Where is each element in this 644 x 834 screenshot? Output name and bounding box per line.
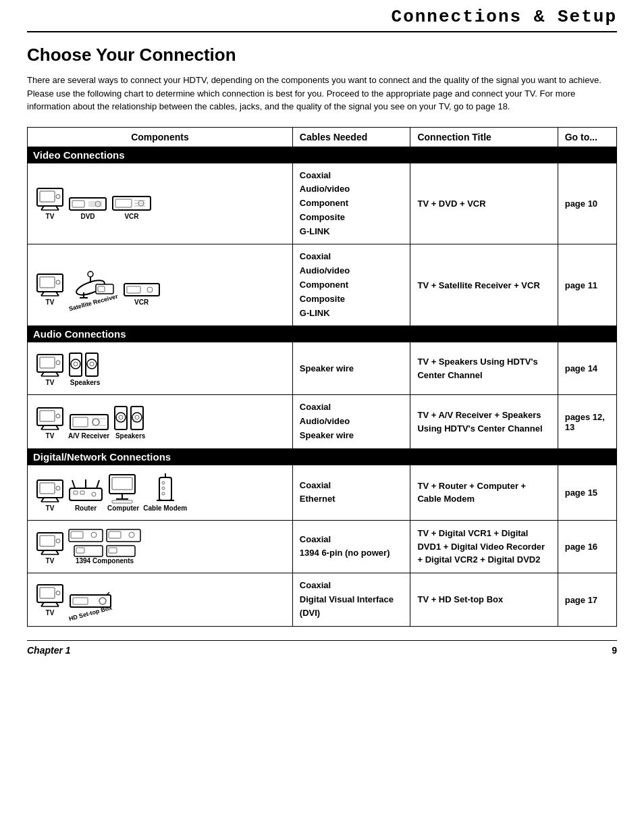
table-row: TV HD Set-top Box (28, 573, 617, 626)
tv-icon-7 (36, 583, 64, 609)
device-cable-modem: Cable Modem (143, 473, 187, 512)
svg-line-72 (97, 480, 99, 488)
svg-line-70 (72, 480, 75, 488)
conn-title-text-7: TV + HD Set-top Box (417, 594, 503, 604)
components-cell-7: TV HD Set-top Box (28, 573, 293, 626)
svg-point-42 (74, 362, 78, 366)
conn-title-text-3: TV + Speakers Using HDTV's Center Channe… (417, 357, 537, 380)
svg-point-59 (119, 415, 123, 419)
device-label-vcr-2: VCR (134, 298, 149, 306)
svg-rect-102 (109, 548, 117, 553)
computer-icon (108, 473, 139, 504)
svg-point-33 (147, 287, 153, 292)
cable-item: Coaxial (300, 400, 404, 415)
devices-tv-hdstb: TV HD Set-top Box (34, 581, 286, 619)
conn-title-cell-3: TV + Speakers Using HDTV's Center Channe… (410, 342, 558, 395)
conn-title-cell-5: TV + Router + Computer + Cable Modem (410, 465, 558, 520)
goto-cell-4: pages 12, 13 (558, 395, 616, 448)
device-speakers-1: Speakers (68, 350, 102, 386)
cable-item: Component (300, 197, 404, 211)
conn-title-text-1: TV + DVD + VCR (417, 199, 485, 209)
device-label-speakers-1: Speakers (70, 379, 100, 386)
cable-item: Composite (300, 211, 404, 225)
cable-item: G-LINK (300, 225, 404, 239)
device-label-vcr-1: VCR (124, 213, 138, 220)
goto-text-6: page 16 (565, 542, 597, 552)
section-video-label-row: Video Connections (28, 147, 617, 163)
header-bar: Connections & Setup (27, 0, 617, 32)
conn-title-cell-2: TV + Satellite Receiver + VCR (410, 244, 558, 326)
svg-point-83 (162, 481, 165, 484)
footer-page: 9 (612, 645, 617, 656)
col-cables: Cables Needed (292, 127, 410, 147)
devices-tv-sat-vcr: TV (34, 261, 286, 309)
device-label-tv-4: TV (46, 432, 55, 440)
section-audio-label-cell: Audio Connections (28, 326, 617, 342)
components-cell-2: TV (28, 244, 293, 326)
devices-tv-dvd-vcr: TV DVD (34, 184, 286, 223)
device-tv-1: TV (36, 187, 64, 220)
cable-item: Coaxial (300, 250, 404, 264)
cables-cell-5: Coaxial Ethernet (292, 465, 410, 520)
svg-rect-50 (40, 411, 55, 421)
cables-cell-3: Speaker wire (292, 342, 410, 395)
svg-rect-32 (127, 286, 140, 293)
device-label-router: Router (75, 504, 97, 512)
cables-cell-7: Coaxial Digital Visual Interface (DVI) (292, 573, 410, 626)
device-label-tv-6: TV (46, 557, 55, 565)
svg-point-68 (56, 486, 60, 490)
dvd-icon (68, 194, 107, 213)
conn-title-cell-1: TV + DVD + VCR (410, 163, 558, 244)
cables-cell-2: Coaxial Audio/video Component Composite … (292, 244, 410, 326)
dvd1394-icon-1 (68, 529, 103, 542)
goto-cell-1: page 10 (558, 163, 616, 244)
svg-rect-53 (73, 417, 88, 427)
conn-title-cell-4: TV + A/V Receiver + Speakers Using HDTV'… (410, 395, 558, 448)
section-heading: Choose Your Connection (27, 45, 617, 66)
svg-point-23 (56, 280, 60, 284)
device-dvd-1: DVD (68, 194, 107, 220)
vcr-icon-2 (123, 282, 161, 298)
svg-point-51 (56, 414, 60, 418)
device-tv-2: TV (36, 273, 64, 306)
svg-rect-97 (109, 531, 121, 538)
section-video-label: Video Connections (28, 147, 616, 163)
svg-point-26 (88, 271, 93, 277)
device-avr: A/V Receiver (68, 412, 109, 440)
svg-rect-100 (76, 548, 84, 553)
connections-table: Components Cables Needed Connection Titl… (27, 127, 617, 627)
components-cell-1: TV DVD (28, 163, 293, 244)
footer-bar: Chapter 1 9 (27, 640, 617, 656)
cables-list-6: Coaxial 1394 6-pin (no power) (300, 533, 404, 561)
section-digital-label-cell: Digital/Network Connections (28, 448, 617, 465)
device-speakers-2: Speakers (113, 404, 147, 440)
col-goto: Go to... (558, 127, 616, 147)
svg-point-108 (56, 591, 60, 595)
devices-tv-1394: TV (34, 526, 286, 567)
tv-icon-6 (36, 531, 64, 557)
conn-title-text-6: TV + Digital VCR1 + Digital DVD1 + Digit… (417, 528, 545, 565)
cable-item: Audio/video (300, 182, 404, 197)
table-row: TV (28, 520, 617, 573)
svg-point-84 (162, 487, 165, 490)
device-vcr-1: VCR (111, 194, 152, 220)
page-container: Connections & Setup Choose Your Connecti… (0, 0, 644, 834)
device-label-cable-modem: Cable Modem (143, 504, 187, 512)
svg-rect-7 (72, 201, 84, 207)
cables-list-3: Speaker wire (300, 362, 404, 376)
tv-icon-3 (36, 353, 64, 379)
svg-rect-67 (40, 483, 55, 494)
goto-text-7: page 17 (565, 595, 597, 605)
page-title: Connections & Setup (392, 7, 617, 27)
svg-point-62 (135, 415, 139, 419)
device-1394: 1394 Components (68, 529, 141, 565)
intro-text: There are several ways to connect your H… (27, 74, 614, 113)
goto-cell-2: page 11 (558, 244, 616, 326)
device-label-dvd: DVD (80, 213, 95, 220)
cable-item: Coaxial (300, 169, 404, 183)
table-row: TV DVD (28, 163, 617, 244)
cables-cell-6: Coaxial 1394 6-pin (no power) (292, 520, 410, 573)
svg-point-111 (99, 598, 106, 604)
section-video-label-cell: Video Connections (28, 147, 617, 163)
cable-item: Component (300, 278, 404, 292)
